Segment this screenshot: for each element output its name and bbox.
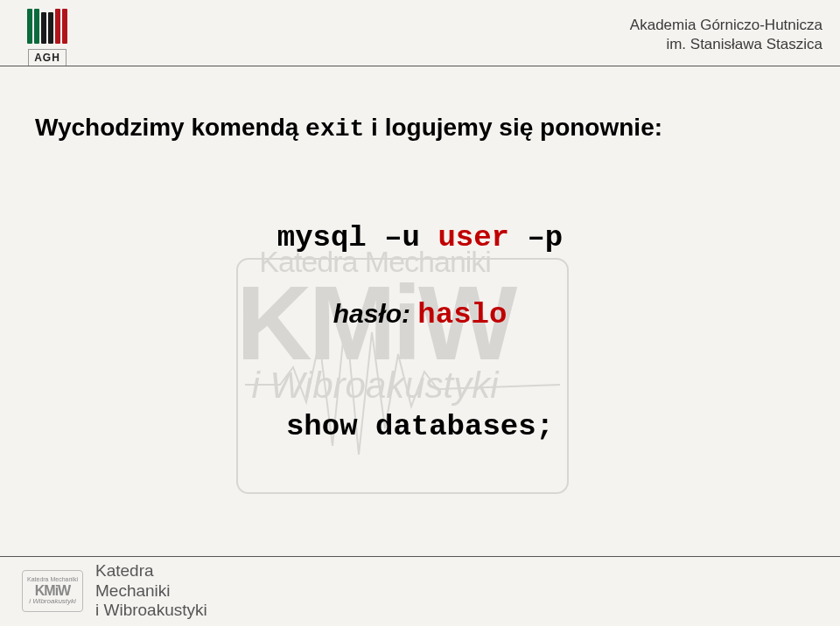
agh-logo-bars-icon xyxy=(27,9,67,44)
agh-logo-text: AGH xyxy=(28,49,66,66)
mysql-cmd-user: user xyxy=(438,221,509,254)
footer-divider xyxy=(0,556,840,557)
intro-text-2: i logujemy się ponownie: xyxy=(364,114,662,141)
slide-content: Wychodzimy komendą exit i logujemy się p… xyxy=(35,114,805,443)
department-logo: Katedra Mechaniki KMiW i Wibroakustyki xyxy=(22,570,83,612)
dept-name-line1: Katedra xyxy=(95,561,207,581)
slide-footer: Katedra Mechaniki KMiW i Wibroakustyki K… xyxy=(0,556,840,626)
intro-exit-command: exit xyxy=(305,115,364,143)
mysql-cmd-prefix: mysql –u xyxy=(277,221,438,254)
mysql-login-command: mysql –u user –p xyxy=(35,221,805,254)
dept-logo-main: KMiW xyxy=(35,583,70,599)
password-label: hasło: xyxy=(333,299,418,328)
university-name-line2: im. Stanisława Staszica xyxy=(630,35,822,54)
university-name: Akademia Górniczo-Hutnicza im. Stanisław… xyxy=(630,9,822,54)
dept-name-line2: Mechaniki xyxy=(95,581,207,602)
header-divider xyxy=(0,66,840,66)
slide-header: AGH Akademia Górniczo-Hutnicza im. Stani… xyxy=(0,0,840,79)
dept-name-line3: i Wibroakustyki xyxy=(95,601,207,621)
intro-text-1: Wychodzimy komendą xyxy=(35,114,305,141)
password-line: hasło: haslo xyxy=(35,298,805,331)
department-name: Katedra Mechaniki i Wibroakustyki xyxy=(95,561,207,621)
dept-logo-top: Katedra Mechaniki xyxy=(27,576,78,583)
dept-logo-bottom: i Wibroakustyki xyxy=(29,598,76,606)
password-value: haslo xyxy=(417,298,507,331)
mysql-cmd-suffix: –p xyxy=(509,221,563,254)
agh-logo: AGH xyxy=(22,9,73,66)
university-name-line1: Akademia Górniczo-Hutnicza xyxy=(630,16,822,35)
show-databases-command: show databases; xyxy=(35,410,805,443)
intro-sentence: Wychodzimy komendą exit i logujemy się p… xyxy=(35,114,805,143)
